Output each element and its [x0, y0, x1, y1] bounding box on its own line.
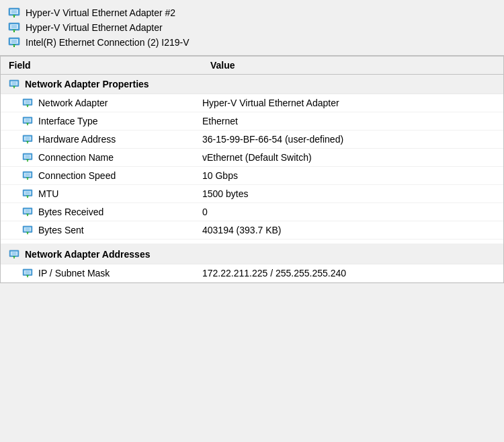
adapter-icon-1 [8, 22, 20, 33]
field-label-5: MTU [38, 188, 58, 199]
field-label-4: Connection Speed [38, 170, 116, 181]
adapter-item-1[interactable]: Hyper-V Virtual Ethernet Adapter [0, 20, 504, 35]
adapter-item-0[interactable]: Hyper-V Virtual Ethernet Adapter #2 [0, 5, 504, 20]
table-row[interactable]: Connection Speed 10 Gbps [1, 167, 503, 185]
row-icon-7 [22, 225, 33, 235]
field-label-1: Interface Type [38, 116, 97, 126]
field-value-7: 403194 (393.7 KB) [202, 225, 495, 235]
section-network-adapter-addresses: Network Adapter Addresses [1, 244, 503, 264]
properties-table: Field Value Network Adapter Properties N… [0, 56, 504, 283]
table-row[interactable]: Interface Type Ethernet [1, 112, 503, 131]
field-label-6: Bytes Received [38, 207, 103, 217]
field-label-2: Hardware Address [38, 134, 116, 145]
section2-label: Network Adapter Addresses [25, 249, 150, 260]
row-icon-6 [22, 207, 33, 217]
adapter-label-1: Hyper-V Virtual Ethernet Adapter [26, 22, 163, 33]
adapter-list: Hyper-V Virtual Ethernet Adapter #2 Hype… [0, 0, 504, 56]
field-label-3: Connection Name [38, 152, 114, 163]
row-icon-4 [22, 171, 33, 180]
table-header: Field Value [1, 57, 503, 75]
adapter-icon-0 [8, 7, 20, 18]
table-row[interactable]: MTU 1500 bytes [1, 185, 503, 203]
table-row[interactable]: Connection Name vEthernet (Default Switc… [1, 149, 503, 167]
table-row[interactable]: Hardware Address 36-15-99-BF-66-54 (user… [1, 131, 503, 149]
field-label-ip: IP / Subnet Mask [38, 268, 110, 279]
adapter-label-0: Hyper-V Virtual Ethernet Adapter #2 [26, 7, 175, 18]
row-icon-ip [22, 268, 33, 278]
table-row[interactable]: IP / Subnet Mask 172.22.211.225 / 255.25… [1, 264, 503, 283]
field-value-2: 36-15-99-BF-66-54 (user-defined) [202, 134, 495, 145]
table-row[interactable]: Network Adapter Hyper-V Virtual Ethernet… [1, 94, 503, 112]
row-icon-5 [22, 189, 33, 198]
col-field-header: Field [9, 60, 210, 71]
adapter-label-2: Intel(R) Ethernet Connection (2) I219-V [26, 37, 190, 48]
row-icon-1 [22, 116, 33, 126]
field-value-0: Hyper-V Virtual Ethernet Adapter [202, 98, 495, 108]
col-value-header: Value [210, 60, 495, 71]
row-icon-2 [22, 135, 33, 144]
field-value-ip: 172.22.211.225 / 255.255.255.240 [202, 268, 495, 279]
section1-icon [9, 79, 19, 89]
field-value-4: 10 Gbps [202, 170, 495, 181]
field-value-6: 0 [202, 207, 495, 217]
section2-icon [9, 250, 19, 259]
table-row[interactable]: Bytes Sent 403194 (393.7 KB) [1, 221, 503, 240]
field-label-0: Network Adapter [38, 98, 108, 108]
field-value-3: vEthernet (Default Switch) [202, 152, 495, 163]
field-value-1: Ethernet [202, 116, 495, 126]
field-value-5: 1500 bytes [202, 188, 495, 199]
adapter-item-2[interactable]: Intel(R) Ethernet Connection (2) I219-V [0, 35, 504, 50]
field-label-7: Bytes Sent [38, 225, 84, 235]
section1-label: Network Adapter Properties [25, 79, 149, 89]
adapter-icon-2 [8, 37, 20, 48]
row-icon-3 [22, 153, 33, 162]
section-network-adapter-props: Network Adapter Properties [1, 75, 503, 94]
table-row[interactable]: Bytes Received 0 [1, 203, 503, 221]
row-icon-0 [22, 98, 33, 108]
